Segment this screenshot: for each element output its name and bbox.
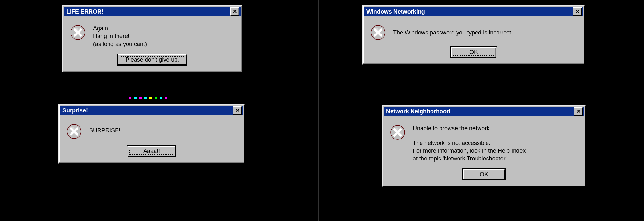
close-icon: ✕ <box>233 9 237 14</box>
message-line: Unable to browse the network. <box>413 124 526 132</box>
error-icon <box>370 24 386 41</box>
message-line: at the topic 'Network Troubleshooter'. <box>413 155 526 162</box>
titlebar[interactable]: Network Neighborhood ✕ <box>384 107 584 116</box>
button-label: Please don't give up. <box>126 56 179 63</box>
titlebar[interactable]: LIFE ERROR! ✕ <box>64 7 241 16</box>
close-button[interactable]: ✕ <box>230 7 239 16</box>
dialog-windows-networking: Windows Networking ✕ The Windows passwor… <box>362 5 585 65</box>
message: Again. Hang in there! (as long as you ca… <box>93 23 147 48</box>
close-button[interactable]: ✕ <box>233 106 242 115</box>
message: The Windows password you typed is incorr… <box>393 27 513 36</box>
title-text: Windows Networking <box>366 8 425 15</box>
close-icon: ✕ <box>235 108 240 113</box>
ok-button[interactable]: OK <box>451 47 496 58</box>
close-button[interactable]: ✕ <box>573 7 582 16</box>
message: Unable to browse the network. The networ… <box>413 123 526 163</box>
ok-button[interactable]: Aaaa!! <box>128 146 176 157</box>
button-label: OK <box>469 49 478 55</box>
message: SURPRISE! <box>89 122 120 134</box>
message-line: For more information, look in the Help I… <box>413 147 526 155</box>
message-line: (as long as you can.) <box>93 40 147 48</box>
close-icon: ✕ <box>575 9 580 14</box>
vertical-divider <box>318 0 319 221</box>
message-line: The Windows password you typed is incorr… <box>393 29 513 36</box>
message-line <box>413 132 526 139</box>
message-line: SURPRISE! <box>89 127 120 134</box>
ok-button[interactable]: OK <box>463 169 505 180</box>
button-label: Aaaa!! <box>143 148 160 154</box>
dialog-surprise: Surprise! ✕ SURPRISE! Aaaa!! <box>58 104 245 164</box>
error-icon <box>70 24 86 41</box>
close-button[interactable]: ✕ <box>574 107 583 116</box>
message-line: Hang in there! <box>93 32 147 40</box>
dialog-life-error: LIFE ERROR! ✕ Again. Hang in there! (as … <box>62 5 242 72</box>
titlebar[interactable]: Windows Networking ✕ <box>364 7 583 16</box>
titlebar[interactable]: Surprise! ✕ <box>60 106 243 115</box>
title-text: Surprise! <box>62 107 88 114</box>
error-icon <box>66 123 82 139</box>
title-text: Network Neighborhood <box>386 108 450 115</box>
error-icon <box>390 124 406 140</box>
button-label: OK <box>480 171 488 178</box>
close-icon: ✕ <box>576 109 581 114</box>
decorative-dots <box>129 97 167 99</box>
ok-button[interactable]: Please don't give up. <box>118 54 187 65</box>
message-line: Again. <box>93 24 147 32</box>
message-line: The network is not accessible. <box>413 139 526 147</box>
dialog-network-neighborhood: Network Neighborhood ✕ Unable to browse … <box>382 105 586 187</box>
title-text: LIFE ERROR! <box>66 8 103 15</box>
